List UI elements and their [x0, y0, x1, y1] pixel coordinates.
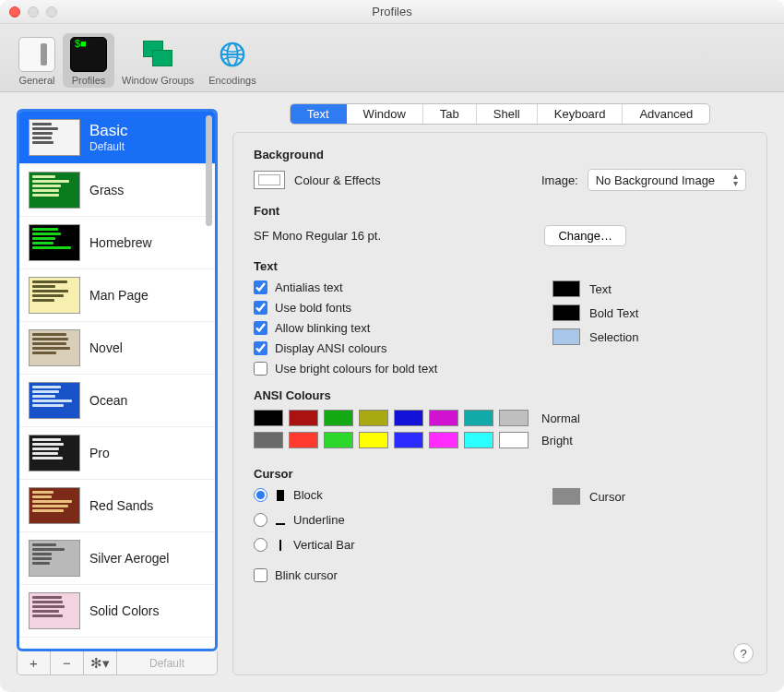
profile-row[interactable]: BasicDefault: [19, 112, 215, 164]
ansi-colour-well[interactable]: [499, 410, 529, 426]
cursor-option[interactable]: Underline: [254, 513, 525, 527]
profile-row[interactable]: Grass: [19, 164, 215, 217]
checkbox-input[interactable]: [254, 321, 267, 335]
ansi-colour-well[interactable]: [359, 432, 388, 448]
tab-shell[interactable]: Shell: [477, 104, 538, 124]
checkbox-label: Allow blinking text: [275, 321, 370, 335]
text-checkbox[interactable]: Display ANSI colours: [254, 341, 525, 355]
colour-well[interactable]: [552, 280, 580, 297]
profiles-icon: $■: [70, 37, 107, 72]
ansi-colour-well[interactable]: [429, 432, 458, 448]
colour-label: Selection: [589, 330, 638, 344]
ansi-colour-well[interactable]: [289, 410, 318, 426]
toolbar-item-encodings[interactable]: Encodings: [201, 33, 263, 88]
cursor-option[interactable]: Vertical Bar: [254, 538, 525, 552]
cursor-option-label: Underline: [293, 513, 345, 527]
blink-cursor-checkbox[interactable]: Blink cursor: [254, 568, 525, 582]
text-checkbox[interactable]: Use bright colours for bold text: [254, 362, 525, 376]
help-button[interactable]: ?: [733, 643, 754, 663]
ansi-colour-well[interactable]: [324, 410, 353, 426]
background-image-value: No Background Image: [596, 173, 715, 187]
ansi-colour-well[interactable]: [324, 432, 353, 448]
ansi-colour-well[interactable]: [254, 432, 283, 448]
profile-name: Silver Aerogel: [89, 551, 169, 566]
colour-well[interactable]: [552, 328, 580, 345]
add-profile-button[interactable]: +: [18, 651, 51, 674]
profile-thumb: [29, 329, 80, 366]
toolbar-item-profiles[interactable]: $■ Profiles: [63, 33, 114, 88]
profile-row[interactable]: Man Page: [19, 269, 215, 322]
text-checkbox[interactable]: Use bold fonts: [254, 301, 525, 315]
ansi-colour-well[interactable]: [254, 410, 283, 426]
window-title: Profiles: [0, 5, 784, 18]
toolbar: General $■ Profiles Window Groups Encodi…: [0, 24, 784, 92]
profile-thumb: [29, 172, 80, 209]
scrollbar-thumb[interactable]: [206, 115, 212, 226]
cursor-shape-icon: [275, 539, 286, 552]
profile-row[interactable]: Red Sands: [19, 480, 215, 532]
profile-thumb: [29, 592, 80, 629]
ansi-colour-well[interactable]: [429, 410, 458, 426]
image-label: Image:: [541, 173, 578, 187]
profile-row[interactable]: Solid Colors: [19, 585, 215, 638]
checkbox-input[interactable]: [254, 362, 267, 376]
cursor-colour-well[interactable]: [552, 488, 580, 505]
tab-keyboard[interactable]: Keyboard: [538, 104, 624, 124]
content-area: BasicDefaultGrassHomebrewMan PageNovelOc…: [0, 92, 784, 692]
ansi-colour-well[interactable]: [289, 432, 318, 448]
text-checkbox[interactable]: Antialias text: [254, 280, 525, 294]
profile-row[interactable]: Novel: [19, 322, 215, 375]
ansi-row-normal: Normal: [254, 410, 746, 426]
colour-well[interactable]: [552, 304, 580, 321]
remove-profile-button[interactable]: −: [51, 651, 84, 674]
ansi-colour-well[interactable]: [394, 410, 423, 426]
checkbox-input[interactable]: [254, 341, 267, 355]
tab-window[interactable]: Window: [347, 104, 423, 124]
colour-label: Text: [589, 282, 612, 296]
tab-tab[interactable]: Tab: [423, 104, 477, 124]
toolbar-item-window-groups[interactable]: Window Groups: [114, 33, 201, 88]
profile-thumb: [29, 487, 80, 524]
checkbox-input[interactable]: [254, 280, 267, 294]
text-checkbox[interactable]: Allow blinking text: [254, 321, 525, 335]
radio-input[interactable]: [254, 513, 267, 527]
font-value: SF Mono Regular 16 pt.: [254, 229, 381, 243]
ansi-colour-well[interactable]: [464, 432, 493, 448]
profile-row[interactable]: Ocean: [19, 375, 215, 427]
radio-input[interactable]: [254, 538, 267, 552]
profile-subtitle: Default: [89, 140, 128, 153]
background-image-select[interactable]: No Background Image ▴▾: [588, 169, 746, 191]
profile-list: BasicDefaultGrassHomebrewMan PageNovelOc…: [17, 109, 218, 651]
set-default-button[interactable]: Default: [117, 651, 217, 674]
profile-thumb: [29, 224, 80, 261]
radio-input[interactable]: [254, 488, 267, 502]
chevron-updown-icon: ▴▾: [733, 173, 738, 187]
tab-text[interactable]: Text: [291, 104, 347, 124]
sidebar-footer: + − ✻▾ Default: [17, 651, 218, 675]
profile-actions-button[interactable]: ✻▾: [84, 651, 117, 674]
ansi-colour-well[interactable]: [394, 432, 423, 448]
checkbox-label: Blink cursor: [275, 568, 338, 582]
checkbox-input[interactable]: [254, 568, 267, 582]
checkbox-label: Use bright colours for bold text: [275, 362, 437, 376]
cursor-heading: Cursor: [254, 467, 746, 481]
ansi-colour-well[interactable]: [499, 432, 529, 448]
profile-thumb: [29, 382, 80, 419]
profile-row[interactable]: Pro: [19, 427, 215, 480]
profile-row[interactable]: Homebrew: [19, 217, 215, 269]
colour-label: Bold Text: [589, 306, 638, 320]
background-colour-well[interactable]: [254, 171, 285, 189]
profile-name: Homebrew: [89, 235, 152, 250]
toolbar-item-general[interactable]: General: [11, 33, 63, 88]
font-heading: Font: [254, 204, 746, 218]
change-font-button[interactable]: Change…: [544, 225, 626, 246]
text-settings-panel: Background Colour & Effects Image: No Ba…: [232, 132, 767, 675]
tab-advanced[interactable]: Advanced: [623, 104, 709, 124]
checkbox-label: Antialias text: [275, 280, 343, 294]
ansi-colour-well[interactable]: [359, 410, 388, 426]
ansi-colour-well[interactable]: [464, 410, 493, 426]
ansi-row-label: Normal: [541, 412, 580, 425]
cursor-option[interactable]: Block: [254, 488, 525, 502]
checkbox-input[interactable]: [254, 301, 267, 315]
profile-row[interactable]: Silver Aerogel: [19, 532, 215, 585]
